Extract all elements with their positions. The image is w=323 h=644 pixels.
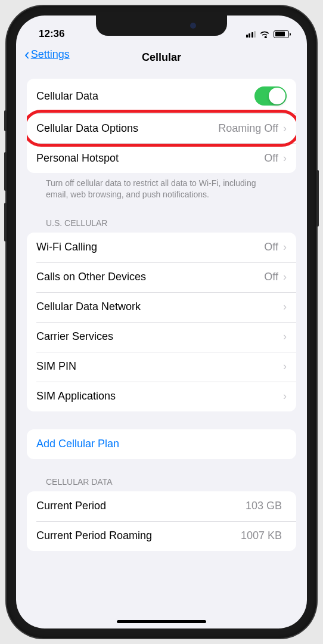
sim-apps-label: SIM Applications — [36, 390, 283, 402]
current-period-value: 103 GB — [246, 500, 282, 512]
phone-frame: 12:36 ‹ Settings Ce — [7, 6, 316, 638]
personal-hotspot-label: Personal Hotspot — [36, 152, 264, 165]
row-current-period-roaming: Current Period Roaming 1007 KB — [27, 521, 296, 551]
cellular-data-label: Cellular Data — [36, 90, 254, 103]
front-camera — [190, 23, 196, 29]
chevron-right-icon: › — [283, 330, 287, 343]
row-cellular-data-network[interactable]: Cellular Data Network › — [27, 292, 296, 322]
chevron-right-icon: › — [283, 390, 287, 402]
screen: 12:36 ‹ Settings Ce — [16, 16, 307, 628]
battery-level — [275, 32, 285, 36]
chevron-right-icon: › — [283, 241, 287, 253]
volume-down-button — [4, 203, 7, 242]
group-data-usage-header: CELLULAR DATA — [27, 477, 296, 491]
side-button — [316, 170, 319, 227]
carrier-services-label: Carrier Services — [36, 330, 283, 343]
chevron-right-icon: › — [283, 271, 287, 283]
chevron-left-icon: ‹ — [24, 47, 30, 62]
chevron-right-icon: › — [283, 152, 287, 165]
cellular-data-options-value: Roaming Off — [218, 122, 278, 135]
current-period-roaming-label: Current Period Roaming — [36, 530, 241, 542]
volume-up-button — [4, 152, 7, 191]
back-label: Settings — [31, 48, 70, 61]
calls-other-value: Off — [264, 271, 278, 283]
row-calls-other-devices[interactable]: Calls on Other Devices Off › — [27, 262, 296, 292]
chevron-right-icon: › — [283, 360, 287, 373]
row-carrier-services[interactable]: Carrier Services › — [27, 322, 296, 352]
nav-header: ‹ Settings Cellular — [16, 45, 307, 75]
row-current-period: Current Period 103 GB — [27, 491, 296, 521]
group-carrier-header: U.S. CELLULAR — [27, 218, 296, 233]
wifi-calling-value: Off — [264, 241, 278, 253]
current-period-label: Current Period — [36, 500, 246, 512]
home-indicator[interactable] — [117, 620, 206, 623]
cellular-signal-icon — [246, 31, 256, 38]
row-add-cellular-plan[interactable]: Add Cellular Plan — [27, 429, 296, 459]
status-time: 12:36 — [39, 28, 64, 40]
wifi-icon — [259, 30, 270, 38]
data-network-label: Cellular Data Network — [36, 301, 283, 313]
sim-pin-label: SIM PIN — [36, 360, 283, 373]
calls-other-label: Calls on Other Devices — [36, 271, 264, 283]
wifi-calling-label: Wi-Fi Calling — [36, 241, 264, 253]
content-scroll[interactable]: Cellular Data Cellular Data Options Roam… — [16, 75, 307, 628]
group-carrier: U.S. CELLULAR Wi-Fi Calling Off › Calls … — [27, 218, 296, 411]
group-data-usage: CELLULAR DATA Current Period 103 GB Curr… — [27, 477, 296, 551]
group-carrier-block: Wi-Fi Calling Off › Calls on Other Devic… — [27, 233, 296, 411]
add-plan-label: Add Cellular Plan — [36, 438, 287, 450]
row-cellular-data-options[interactable]: Cellular Data Options Roaming Off › — [27, 113, 296, 143]
row-wifi-calling[interactable]: Wi-Fi Calling Off › — [27, 233, 296, 262]
group-plan: Add Cellular Plan — [27, 429, 296, 459]
current-period-roaming-value: 1007 KB — [241, 530, 282, 542]
chevron-right-icon: › — [283, 301, 287, 313]
row-personal-hotspot[interactable]: Personal Hotspot Off › — [27, 143, 296, 173]
battery-icon — [274, 30, 289, 38]
group-plan-block: Add Cellular Plan — [27, 429, 296, 459]
row-sim-applications[interactable]: SIM Applications › — [27, 382, 296, 411]
group-main-block: Cellular Data Cellular Data Options Roam… — [27, 79, 296, 173]
notch — [96, 16, 227, 36]
group-main: Cellular Data Cellular Data Options Roam… — [27, 79, 296, 200]
page-title: Cellular — [142, 51, 181, 64]
group-main-footer: Turn off cellular data to restrict all d… — [27, 173, 296, 200]
cellular-data-options-label: Cellular Data Options — [36, 122, 218, 135]
chevron-right-icon: › — [283, 122, 287, 135]
cellular-data-toggle[interactable] — [254, 86, 287, 106]
row-cellular-data: Cellular Data — [27, 79, 296, 113]
status-indicators — [246, 30, 290, 38]
personal-hotspot-value: Off — [264, 152, 278, 165]
toggle-knob — [269, 88, 285, 104]
back-button[interactable]: ‹ Settings — [24, 47, 70, 62]
group-data-usage-block: Current Period 103 GB Current Period Roa… — [27, 491, 296, 551]
mute-switch — [4, 110, 7, 131]
row-sim-pin[interactable]: SIM PIN › — [27, 352, 296, 382]
